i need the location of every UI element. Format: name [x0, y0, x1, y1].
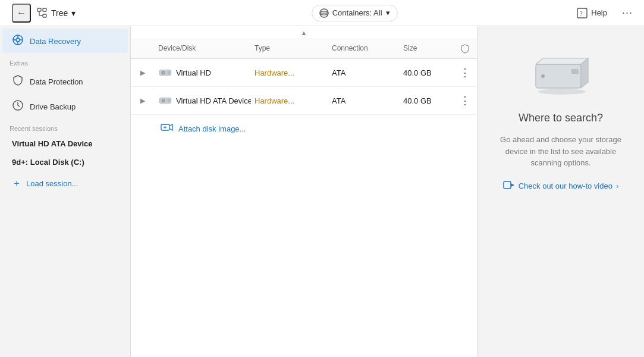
device-name-1: Virtual HD ATA Device	[155, 90, 251, 111]
recent-item-title-1: 9d+: Local Disk (C:)	[12, 158, 118, 167]
device-type-1: Hardware...	[251, 91, 328, 111]
sidebar-item-drive-backup-label: Drive Backup	[30, 102, 76, 111]
drive-backup-icon	[12, 100, 24, 113]
storage-illustration	[525, 50, 596, 98]
svg-rect-1	[43, 8, 46, 11]
svg-rect-22	[168, 99, 170, 102]
expand-arrow-1[interactable]: ▶	[131, 92, 155, 110]
containers-button[interactable]: Containers: All ▾	[312, 5, 398, 21]
svg-rect-0	[37, 8, 41, 11]
device-size-1: 40.0 GB	[400, 91, 453, 111]
col-shield	[453, 39, 477, 58]
sidebar-item-data-recovery[interactable]: Data Recovery	[2, 29, 128, 53]
containers-icon	[319, 8, 329, 18]
load-session-button[interactable]: ＋ Load session...	[2, 172, 128, 195]
three-dots-button-0[interactable]: ⋮	[457, 64, 473, 81]
svg-point-11	[16, 38, 20, 42]
help-label: Help	[591, 8, 607, 17]
svg-text:?: ?	[580, 10, 583, 17]
link-arrow: ›	[616, 181, 618, 190]
svg-point-20	[163, 72, 164, 73]
help-button[interactable]: ? Help	[571, 5, 613, 21]
col-expand	[131, 39, 155, 58]
device-name-0: Virtual HD	[155, 62, 251, 83]
disk-icon-0	[158, 68, 172, 77]
recent-sessions-label: Recent sessions	[0, 119, 130, 134]
top-bar-right: ? Help ···	[571, 4, 637, 23]
top-bar: ← Tree ▾ Containers: All ▾	[0, 0, 644, 26]
content-area: ▲ Device/Disk Type Connection Size ▶	[131, 26, 644, 357]
svg-marker-34	[511, 183, 514, 187]
device-type-0: Hardware...	[251, 63, 328, 83]
back-button[interactable]: ←	[12, 4, 31, 23]
collapse-icon: ▲	[301, 29, 307, 36]
col-device: Device/Disk	[155, 39, 251, 58]
extras-section-label: Extras	[0, 54, 130, 69]
tree-dropdown-icon: ▾	[71, 8, 76, 18]
device-menu-1[interactable]: ⋮	[453, 87, 477, 114]
table-row[interactable]: ▶ Virtual HD Hardware... ATA 40.0 GB	[131, 59, 477, 87]
sidebar-toggle-area: ← Tree ▾	[7, 4, 138, 23]
info-panel-description: Go ahead and choose your storage device …	[492, 134, 630, 169]
svg-rect-2	[43, 14, 46, 17]
svg-rect-33	[504, 181, 511, 189]
info-panel: Where to search? Go ahead and choose you…	[477, 26, 644, 357]
col-size: Size	[400, 39, 453, 58]
how-to-video-link[interactable]: Check out our how-to video ›	[503, 181, 619, 192]
device-connection-1: ATA	[328, 91, 400, 111]
containers-dropdown-icon: ▾	[386, 8, 390, 17]
table-row[interactable]: ▶ Virtual HD ATA Device Hardware... ATA	[131, 87, 477, 115]
sidebar-recent-local-disk-c[interactable]: 9d+: Local Disk (C:)	[2, 154, 128, 171]
sidebar-item-data-recovery-label: Data Recovery	[30, 37, 81, 46]
sidebar-item-data-protection[interactable]: Data Protection	[2, 70, 128, 93]
attach-disk-label: Attach disk image...	[178, 124, 246, 133]
expand-arrow-0[interactable]: ▶	[131, 64, 155, 82]
svg-point-24	[163, 100, 164, 101]
device-size-0: 40.0 GB	[400, 63, 453, 83]
col-connection: Connection	[328, 39, 400, 58]
sidebar: Data Recovery Extras Data Protection Dri…	[0, 26, 131, 357]
data-protection-icon	[12, 75, 24, 88]
main-layout: Data Recovery Extras Data Protection Dri…	[0, 26, 644, 357]
col-type: Type	[251, 39, 328, 58]
tree-view-button[interactable]: Tree ▾	[31, 5, 81, 21]
info-panel-title: Where to search?	[519, 112, 603, 124]
disk-icon-1	[158, 96, 172, 105]
device-menu-0[interactable]: ⋮	[453, 59, 477, 86]
attach-disk-icon	[161, 122, 174, 136]
tree-label: Tree	[51, 8, 68, 18]
device-panel: ▲ Device/Disk Type Connection Size ▶	[131, 26, 477, 357]
sidebar-recent-virtual-hd-ata[interactable]: Virtual HD ATA Device	[2, 135, 128, 152]
data-recovery-icon	[12, 35, 24, 48]
device-connection-0: ATA	[328, 63, 400, 83]
svg-rect-18	[168, 71, 170, 74]
svg-point-32	[541, 74, 545, 78]
svg-point-28	[538, 89, 586, 95]
video-icon	[503, 181, 515, 192]
recent-item-title-0: Virtual HD ATA Device	[12, 139, 118, 148]
svg-rect-31	[571, 69, 579, 74]
top-bar-center: Containers: All ▾	[138, 5, 571, 21]
attach-disk-button[interactable]: Attach disk image...	[131, 115, 477, 143]
sidebar-item-drive-backup[interactable]: Drive Backup	[2, 95, 128, 118]
load-session-label: Load session...	[26, 179, 78, 188]
tree-icon	[37, 8, 48, 18]
collapse-button[interactable]: ▲	[131, 26, 477, 39]
containers-label: Containers: All	[332, 8, 382, 17]
load-session-icon: ＋	[12, 177, 21, 190]
sidebar-item-data-protection-label: Data Protection	[30, 77, 83, 86]
three-dots-button-1[interactable]: ⋮	[457, 92, 473, 109]
shield-header-icon	[460, 44, 470, 54]
more-options-button[interactable]: ···	[618, 4, 637, 23]
table-header: Device/Disk Type Connection Size	[131, 39, 477, 59]
help-icon: ?	[577, 8, 588, 18]
how-to-video-label: Check out our how-to video	[519, 181, 612, 190]
